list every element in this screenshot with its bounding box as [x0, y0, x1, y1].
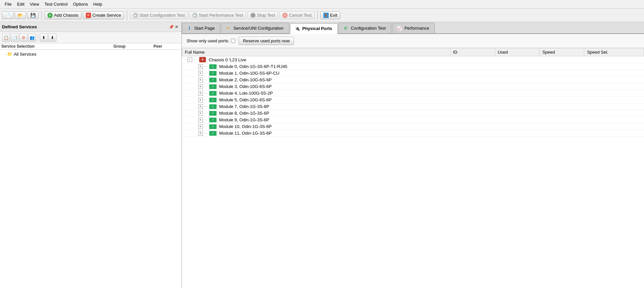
left-tb-btn-3[interactable]: ⚙: [19, 34, 27, 42]
reserve-ports-button[interactable]: Reserve used ports now: [239, 37, 294, 45]
chassis-node: − ····· ✕ Chassis 0 'L23 Live: [185, 57, 448, 62]
folder-icon: 📁: [7, 52, 12, 57]
menu-view[interactable]: View: [27, 1, 42, 7]
col-group: Group: [113, 44, 153, 49]
module-expand-btn[interactable]: +: [198, 71, 203, 76]
module-tree-dots: ····: [204, 71, 208, 75]
create-service-button[interactable]: ⚙ Create Service: [83, 11, 124, 19]
pin-icon[interactable]: 📌: [169, 25, 174, 29]
module-icon: ≡: [209, 124, 217, 129]
exit-button[interactable]: 🚪 Exit: [320, 11, 340, 19]
module-speedsel-cell: [584, 77, 644, 83]
module-fullname-cell: +····≡Module 5, Odin-10G-6S-6P: [182, 97, 450, 103]
left-tb-btn-1[interactable]: 📋: [2, 34, 10, 42]
module-label: Module 4, Loki-100G-5S-2P: [219, 91, 273, 96]
module-expand-btn[interactable]: +: [198, 124, 203, 129]
start-perf-test-label: Start Performance Test: [199, 13, 243, 18]
module-expand-btn[interactable]: +: [198, 91, 203, 96]
open-button[interactable]: 📂: [15, 11, 26, 19]
tabs-bar: ℹ Start Page ✏ Service/UNI Configuration…: [182, 22, 644, 34]
table-row[interactable]: +····≡Module 3, Odin-10G-6S-6P: [182, 83, 644, 90]
table-row[interactable]: +····≡Module 11, Odin-1G-3S-6P: [182, 130, 644, 137]
tab-physical-ports[interactable]: 🔌 Physical Ports: [290, 23, 338, 34]
tab-performance[interactable]: 📈 Performance: [392, 23, 435, 33]
start-page-tab-icon: ℹ: [186, 25, 192, 31]
save-button[interactable]: 💾: [27, 11, 39, 19]
module-label: Module 10, Odin-1G-3S-6P: [219, 124, 272, 129]
right-panel: ℹ Start Page ✏ Service/UNI Configuration…: [182, 22, 644, 288]
module-used-cell: [495, 70, 540, 77]
module-speed-cell: [540, 90, 584, 97]
tab-start-page[interactable]: ℹ Start Page: [182, 23, 220, 33]
left-tb-btn-5[interactable]: ⬆: [40, 34, 48, 42]
chassis-expand-btn[interactable]: −: [188, 57, 192, 62]
show-only-used-label[interactable]: Show only used ports:: [187, 38, 235, 43]
table-row[interactable]: +····≡Module 2, Odin-10G-6S-6P: [182, 77, 644, 83]
panel-header-controls: 📌 ✕: [169, 25, 180, 29]
menu-test-control[interactable]: Test Control: [42, 1, 70, 7]
add-chassis-label: Add Chassis: [54, 13, 78, 18]
module-speedsel-cell: [584, 117, 644, 123]
show-only-used-checkbox[interactable]: [231, 39, 235, 43]
show-only-used-text: Show only used ports:: [187, 38, 229, 43]
table-row[interactable]: +····≡Module 8, Odin-1G-3S-6P: [182, 110, 644, 117]
module-expand-btn[interactable]: +: [198, 78, 203, 82]
left-tb-btn-2[interactable]: 📑: [11, 34, 19, 42]
module-speed-cell: [540, 70, 584, 77]
start-perf-test-button[interactable]: ▶ Start Performance Test: [189, 11, 246, 19]
table-row[interactable]: +····≡Module 1, Odin-10G-5S-6P-CU: [182, 70, 644, 77]
module-used-cell: [495, 90, 540, 97]
chassis-label: Chassis 0 'L23 Live: [209, 57, 246, 62]
module-expand-btn[interactable]: +: [198, 98, 203, 102]
menu-edit[interactable]: Edit: [14, 1, 27, 7]
list-item[interactable]: ···· 📁 All Services: [1, 51, 180, 57]
module-tree-dots: ····: [204, 131, 208, 135]
module-expand-btn[interactable]: +: [198, 118, 203, 122]
table-row[interactable]: − ····· ✕ Chassis 0 'L23 Live: [182, 56, 644, 63]
module-speedsel-cell: [584, 90, 644, 97]
module-label: Module 3, Odin-10G-6S-6P: [219, 84, 272, 89]
new-button[interactable]: 📄: [2, 11, 13, 19]
module-label: Module 7, Odin-1G-3S-6P: [219, 104, 269, 109]
table-row[interactable]: +····≡Module 7, Odin-1G-3S-6P: [182, 103, 644, 110]
module-id-cell: [450, 103, 495, 110]
menu-options[interactable]: Options: [70, 1, 91, 7]
module-expand-btn[interactable]: +: [198, 104, 203, 109]
col-header-used: Used: [495, 48, 540, 56]
stop-test-button[interactable]: ⬛ Stop Test: [247, 11, 278, 19]
stop-test-label: Stop Test: [257, 13, 275, 18]
panel-title: Defined Services: [2, 24, 37, 29]
module-expand-btn[interactable]: +: [198, 64, 203, 69]
toolbar: 📄 📂 💾 + Add Chassis ⚙ Create Service ▶ S…: [0, 9, 644, 22]
table-row[interactable]: +····≡Module 9, Odin-1G-3S-6P: [182, 117, 644, 123]
left-tb-btn-4[interactable]: 👥: [28, 34, 36, 42]
module-node: +····≡Module 3, Odin-10G-6S-6P: [185, 84, 448, 89]
create-service-label: Create Service: [92, 13, 121, 18]
table-row[interactable]: +····≡Module 4, Loki-100G-5S-2P: [182, 90, 644, 97]
close-panel-icon[interactable]: ✕: [175, 25, 180, 29]
module-expand-btn[interactable]: +: [198, 84, 203, 89]
module-expand-btn[interactable]: +: [198, 131, 203, 136]
table-row[interactable]: +····≡Module 10, Odin-1G-3S-6P: [182, 123, 644, 130]
menu-file[interactable]: File: [2, 1, 14, 7]
tab-service-uni-label: Service/UNI Configuration: [233, 26, 283, 31]
module-label: Module 9, Odin-1G-3S-6P: [219, 117, 269, 122]
tab-config-test[interactable]: ⚙ Configuration Test: [338, 23, 391, 33]
table-row[interactable]: +····≡Module 0, Odin-1G-3S-6P-T1-RJ45: [182, 63, 644, 70]
table-header-row: Full Name ID Used Speed: [182, 48, 644, 56]
cancel-test-button[interactable]: ✕ Cancel Test: [279, 11, 315, 19]
module-expand-btn[interactable]: +: [198, 111, 203, 116]
module-id-cell: [450, 130, 495, 137]
start-config-test-button[interactable]: ▶ Start Configuration Test: [130, 11, 188, 19]
tab-service-uni[interactable]: ✏ Service/UNI Configuration: [221, 23, 289, 33]
module-id-cell: [450, 77, 495, 83]
add-chassis-button[interactable]: + Add Chassis: [44, 11, 81, 19]
module-icon: ≡: [209, 131, 217, 136]
table-row[interactable]: +····≡Module 5, Odin-10G-6S-6P: [182, 97, 644, 103]
add-chassis-icon: +: [47, 13, 53, 18]
col-header-speedsel: Speed Sel.: [584, 48, 644, 56]
menu-help[interactable]: Help: [91, 1, 105, 7]
left-tb-btn-6[interactable]: ⬇: [48, 34, 56, 42]
start-config-icon: ▶: [133, 13, 138, 18]
module-label: Module 5, Odin-10G-6S-6P: [219, 97, 272, 102]
